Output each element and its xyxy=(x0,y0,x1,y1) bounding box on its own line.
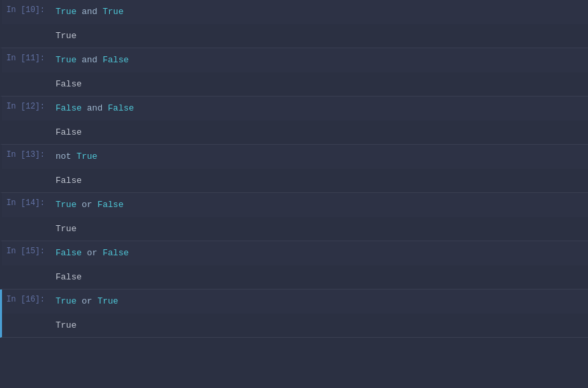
input-row-13: In [13]:not True xyxy=(2,145,588,169)
output-value-16: True xyxy=(50,318,588,334)
input-label-14: In [14]: xyxy=(2,197,50,209)
output-row-15: False xyxy=(2,265,588,289)
input-code-13[interactable]: not True xyxy=(50,149,588,165)
input-row-14: In [14]:True or False xyxy=(2,193,588,217)
output-value-13: False xyxy=(50,173,588,189)
input-label-12: In [12]: xyxy=(2,101,50,113)
input-label-15: In [15]: xyxy=(2,245,50,257)
notebook: In [10]:True and TrueTrueIn [11]:True an… xyxy=(0,0,588,338)
input-row-16: In [16]:True or True xyxy=(2,289,588,314)
input-code-10[interactable]: True and True xyxy=(50,4,588,20)
cell-11[interactable]: In [11]:True and FalseFalse xyxy=(0,48,588,96)
input-code-11[interactable]: True and False xyxy=(50,52,588,68)
cell-14[interactable]: In [14]:True or FalseTrue xyxy=(0,193,588,241)
output-row-11: False xyxy=(2,72,588,96)
input-row-12: In [12]:False and False xyxy=(2,96,588,121)
cell-15[interactable]: In [15]:False or FalseFalse xyxy=(0,241,588,289)
input-label-11: In [11]: xyxy=(2,52,50,64)
cell-10[interactable]: In [10]:True and TrueTrue xyxy=(0,0,588,48)
cell-16[interactable]: In [16]:True or TrueTrue xyxy=(0,289,588,338)
output-value-12: False xyxy=(50,125,588,141)
input-row-15: In [15]:False or False xyxy=(2,241,588,265)
input-label-10: In [10]: xyxy=(2,4,50,16)
output-row-16: True xyxy=(2,314,588,338)
input-row-11: In [11]:True and False xyxy=(2,48,588,72)
input-code-12[interactable]: False and False xyxy=(50,101,588,117)
cell-13[interactable]: In [13]:not TrueFalse xyxy=(0,145,588,193)
output-value-10: True xyxy=(50,28,588,44)
output-row-12: False xyxy=(2,121,588,145)
cell-12[interactable]: In [12]:False and FalseFalse xyxy=(0,96,588,145)
input-code-14[interactable]: True or False xyxy=(50,197,588,213)
input-code-15[interactable]: False or False xyxy=(50,245,588,261)
output-row-14: True xyxy=(2,217,588,241)
output-row-10: True xyxy=(2,24,588,48)
input-row-10: In [10]:True and True xyxy=(2,0,588,24)
output-value-15: False xyxy=(50,269,588,285)
output-value-11: False xyxy=(50,76,588,92)
output-value-14: True xyxy=(50,221,588,237)
input-label-13: In [13]: xyxy=(2,149,50,161)
input-code-16[interactable]: True or True xyxy=(50,294,588,310)
input-label-16: In [16]: xyxy=(2,294,50,306)
output-row-13: False xyxy=(2,169,588,193)
